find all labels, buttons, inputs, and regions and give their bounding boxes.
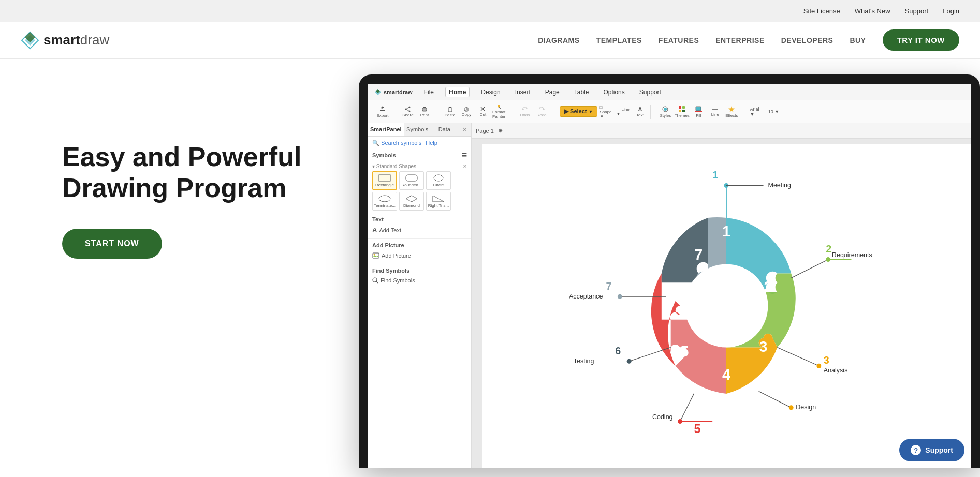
text-icon[interactable]: A Text bbox=[633, 105, 647, 119]
nav-templates[interactable]: TEMPLATES bbox=[596, 36, 642, 44]
login-link[interactable]: Login bbox=[943, 7, 959, 15]
redo-icon[interactable]: Redo bbox=[534, 105, 549, 119]
line-style-icon[interactable]: Line bbox=[708, 105, 722, 119]
undo-icon[interactable]: Undo bbox=[518, 105, 532, 119]
symbol-rounded[interactable]: Rounded... bbox=[399, 171, 424, 190]
menu-page[interactable]: Page bbox=[542, 87, 563, 97]
app-window: smartdraw File Home Design Insert Page T… bbox=[368, 84, 971, 468]
menu-file[interactable]: File bbox=[421, 87, 437, 97]
svg-line-45 bbox=[376, 281, 378, 283]
copy-icon[interactable]: Copy bbox=[459, 105, 474, 119]
themes-icon[interactable]: Themes bbox=[675, 105, 689, 119]
main-nav: smartdraw DIAGRAMS TEMPLATES FEATURES EN… bbox=[0, 22, 980, 59]
svg-text:7: 7 bbox=[606, 280, 611, 292]
panel-tab-symbols[interactable]: Symbols bbox=[404, 123, 431, 136]
menu-support[interactable]: Support bbox=[636, 87, 664, 97]
svg-text:7: 7 bbox=[694, 246, 703, 263]
symbols-menu-icon[interactable]: ☰ bbox=[462, 152, 467, 159]
svg-marker-43 bbox=[373, 255, 379, 257]
find-symbols-button[interactable]: Find Symbols bbox=[372, 276, 467, 285]
font-select[interactable]: Arial ▼ bbox=[750, 105, 764, 119]
toolbar-group-export: Export bbox=[372, 105, 393, 119]
close-group-icon[interactable]: ✕ bbox=[463, 163, 467, 169]
svg-text:6: 6 bbox=[671, 283, 680, 300]
symbol-circle[interactable]: Circle bbox=[426, 171, 451, 190]
add-page-icon[interactable]: ⊕ bbox=[498, 127, 503, 134]
svg-point-44 bbox=[373, 278, 377, 282]
panel-close-button[interactable]: ✕ bbox=[458, 123, 471, 136]
export-icon[interactable]: Export bbox=[375, 105, 390, 119]
svg-text:Coding: Coding bbox=[652, 413, 673, 421]
help-link[interactable]: Help bbox=[426, 140, 437, 146]
try-it-now-button[interactable]: TRY IT NOW bbox=[883, 29, 960, 51]
find-symbols-section-label: Find Symbols bbox=[372, 267, 467, 274]
app-body: SmartPanel Symbols Data ✕ 🔍 Search symbo… bbox=[368, 123, 971, 468]
support-link[interactable]: Support bbox=[905, 7, 929, 15]
svg-text:4: 4 bbox=[722, 366, 730, 383]
svg-text:Meeting: Meeting bbox=[768, 182, 791, 189]
panel-tab-data[interactable]: Data bbox=[431, 123, 458, 136]
svg-point-82 bbox=[789, 405, 794, 410]
select-button[interactable]: ▶ Select ▼ bbox=[560, 106, 597, 117]
laptop-frame: smartdraw File Home Design Insert Page T… bbox=[359, 74, 980, 477]
search-symbols-link[interactable]: 🔍 Search symbols bbox=[372, 140, 421, 146]
paste-icon[interactable]: Paste bbox=[443, 105, 457, 119]
shape-icon[interactable]: □ Shape ▼ bbox=[599, 105, 614, 119]
svg-text:2: 2 bbox=[826, 243, 831, 255]
svg-point-26 bbox=[664, 108, 667, 111]
panel-tab-smartpanel[interactable]: SmartPanel bbox=[368, 123, 404, 136]
symbol-rectangle[interactable]: Rectangle bbox=[372, 171, 397, 190]
svg-text:5: 5 bbox=[681, 343, 689, 360]
svg-point-78 bbox=[816, 364, 821, 368]
add-text-button[interactable]: A Add Text bbox=[372, 225, 467, 235]
toolbar-group-select: ▶ Select ▼ □ Shape ▼ — Line ▼ bbox=[557, 105, 651, 119]
nav-developers[interactable]: DEVELOPERS bbox=[781, 36, 833, 44]
cut-icon[interactable]: Cut bbox=[476, 105, 490, 119]
menu-options[interactable]: Options bbox=[600, 87, 627, 97]
app-mockup: smartdraw File Home Design Insert Page T… bbox=[359, 74, 980, 477]
nav-features[interactable]: FEATURES bbox=[659, 36, 699, 44]
site-license-link[interactable]: Site License bbox=[803, 7, 840, 15]
svg-rect-31 bbox=[696, 107, 701, 111]
svg-rect-32 bbox=[695, 111, 702, 112]
styles-icon[interactable]: Styles bbox=[658, 105, 672, 119]
menu-insert[interactable]: Insert bbox=[512, 87, 534, 97]
svg-text:Design: Design bbox=[796, 404, 816, 411]
svg-point-37 bbox=[434, 175, 443, 181]
panel-section-find-symbols: Find Symbols Find Symbols bbox=[368, 264, 471, 288]
menu-table[interactable]: Table bbox=[571, 87, 592, 97]
whats-new-link[interactable]: What's New bbox=[855, 7, 890, 15]
standard-shapes-label: ▾ Standard Shapes ✕ bbox=[372, 163, 467, 169]
menu-design[interactable]: Design bbox=[478, 87, 503, 97]
svg-rect-5 bbox=[380, 110, 385, 111]
nav-links: DIAGRAMS TEMPLATES FEATURES ENTERPRISE D… bbox=[538, 29, 959, 51]
start-now-button[interactable]: START NOW bbox=[62, 229, 162, 259]
support-button[interactable]: ? Support bbox=[899, 439, 964, 461]
menu-home[interactable]: Home bbox=[445, 87, 470, 97]
search-symbols-bar: 🔍 Search symbols Help bbox=[368, 137, 471, 150]
nav-diagrams[interactable]: DIAGRAMS bbox=[538, 36, 579, 44]
svg-line-21 bbox=[499, 107, 501, 109]
page-label: Page 1 bbox=[476, 128, 494, 134]
symbol-terminate[interactable]: Terminate... bbox=[372, 192, 397, 211]
app-logo: smartdraw bbox=[374, 88, 413, 96]
svg-rect-15 bbox=[449, 107, 451, 108]
svg-rect-28 bbox=[682, 106, 685, 109]
line-icon[interactable]: — Line ▼ bbox=[616, 105, 631, 119]
add-picture-button[interactable]: Add Picture bbox=[372, 250, 467, 261]
canvas-page: 1 2 3 4 5 6 7 bbox=[482, 144, 971, 468]
fill-icon[interactable]: Fill bbox=[691, 105, 706, 119]
share-icon[interactable]: Share bbox=[401, 105, 415, 119]
symbol-diamond[interactable]: Diamond bbox=[399, 192, 424, 211]
format-painter-icon[interactable]: Format Painter bbox=[492, 105, 507, 119]
nav-buy[interactable]: BUY bbox=[850, 36, 866, 44]
print-icon[interactable]: Print bbox=[417, 105, 432, 119]
logo[interactable]: smartdraw bbox=[21, 31, 109, 50]
hero-left: Easy and Powerful Drawing Program START … bbox=[0, 59, 352, 300]
toolbar-group-font: Arial ▼ 10 ▼ bbox=[747, 105, 784, 119]
nav-enterprise[interactable]: ENTERPRISE bbox=[715, 36, 764, 44]
font-size-select[interactable]: 10 ▼ bbox=[766, 105, 781, 119]
symbol-right-triangle[interactable]: Right Tris... bbox=[426, 192, 451, 211]
effects-icon[interactable]: Effects bbox=[724, 105, 739, 119]
svg-marker-39 bbox=[406, 196, 417, 202]
